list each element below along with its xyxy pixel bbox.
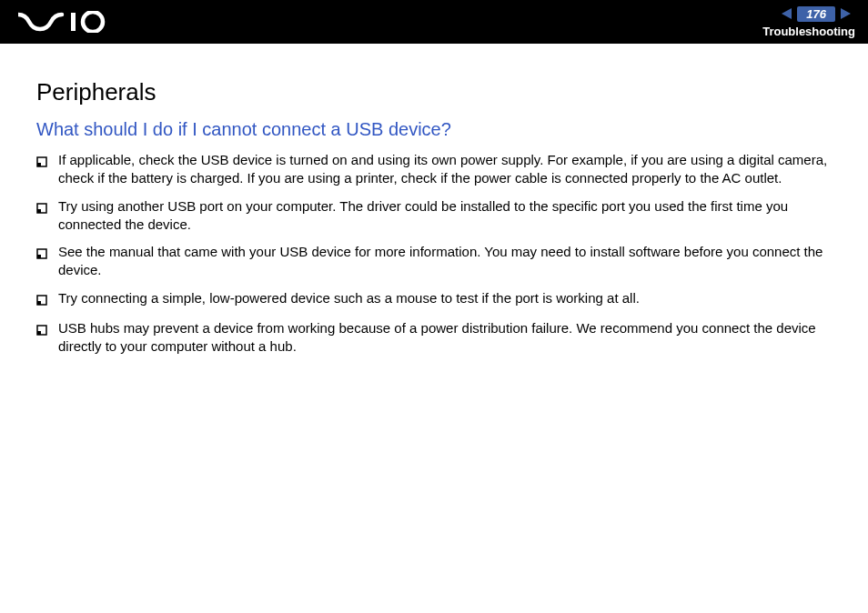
checkbox-bullet-icon [36, 154, 47, 172]
checkbox-bullet-icon [36, 200, 47, 218]
svg-point-1 [83, 12, 103, 32]
vaio-logo [18, 0, 118, 44]
page-number: 176 [797, 6, 835, 22]
bullet-text: If applicable, check the USB device is t… [58, 151, 832, 188]
checkbox-bullet-icon [36, 322, 47, 340]
page-title: Peripherals [36, 78, 832, 106]
nav-next-button[interactable] [839, 7, 852, 20]
svg-rect-11 [37, 301, 41, 305]
page-content: Peripherals What should I do if I cannot… [0, 44, 868, 383]
list-item: Try connecting a simple, low-powered dev… [36, 289, 832, 310]
triangle-left-icon [781, 7, 793, 20]
svg-rect-9 [37, 255, 41, 258]
question-heading: What should I do if I cannot connect a U… [36, 119, 832, 140]
list-item: See the manual that came with your USB d… [36, 243, 832, 280]
checkbox-bullet-icon [36, 292, 47, 310]
svg-rect-7 [37, 209, 41, 213]
bullet-text: Try using another USB port on your compu… [58, 197, 832, 235]
vaio-logo-icon [18, 11, 118, 33]
nav-prev-button[interactable] [781, 7, 793, 20]
header-right: 176 Troubleshooting [762, 6, 855, 38]
list-item: Try using another USB port on your compu… [36, 197, 832, 235]
bullet-list: If applicable, check the USB device is t… [36, 151, 832, 356]
svg-rect-5 [37, 163, 41, 166]
svg-rect-0 [71, 13, 76, 31]
checkbox-bullet-icon [36, 246, 47, 264]
bullet-text: Try connecting a simple, low-powered dev… [58, 289, 832, 307]
svg-marker-3 [841, 8, 851, 19]
section-label: Troubleshooting [762, 25, 855, 38]
page-nav: 176 [781, 6, 852, 22]
bullet-text: USB hubs may prevent a device from worki… [58, 319, 832, 357]
svg-rect-13 [37, 331, 41, 335]
svg-marker-2 [782, 8, 792, 19]
triangle-right-icon [839, 7, 852, 20]
header-bar: 176 Troubleshooting [0, 0, 868, 44]
list-item: USB hubs may prevent a device from worki… [36, 319, 832, 357]
bullet-text: See the manual that came with your USB d… [58, 243, 832, 280]
list-item: If applicable, check the USB device is t… [36, 151, 832, 188]
